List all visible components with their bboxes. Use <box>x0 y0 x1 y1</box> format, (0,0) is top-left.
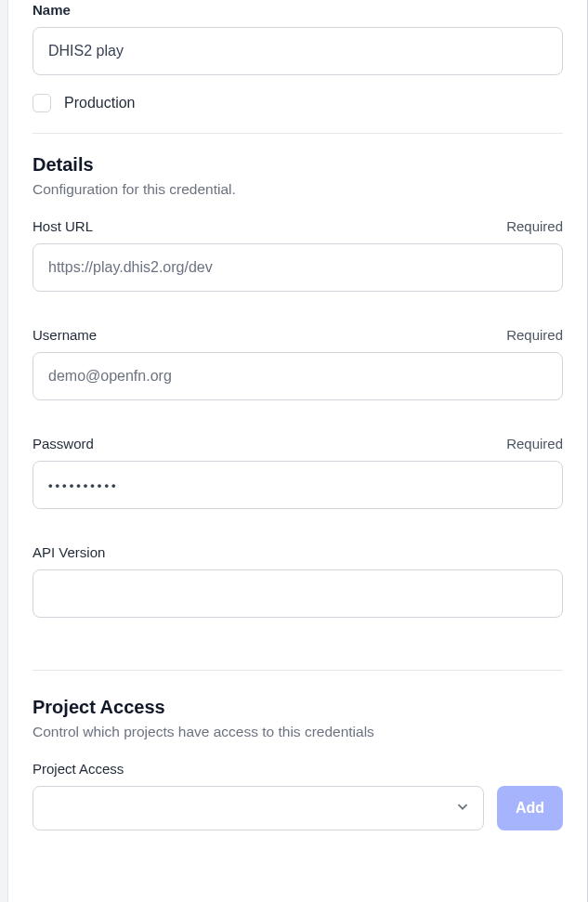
details-subtitle: Configuration for this credential. <box>33 181 563 198</box>
username-label: Username <box>33 327 97 343</box>
details-title: Details <box>33 154 563 176</box>
project-access-subtitle: Control which projects have access to th… <box>33 724 563 740</box>
name-label: Name <box>33 2 563 18</box>
password-input[interactable] <box>33 461 563 509</box>
password-required: Required <box>506 436 563 451</box>
username-input[interactable] <box>33 352 563 400</box>
name-input[interactable] <box>33 27 563 75</box>
host-url-required: Required <box>506 218 563 234</box>
production-label: Production <box>64 95 136 111</box>
api-version-label: API Version <box>33 544 105 560</box>
host-url-label: Host URL <box>33 218 93 234</box>
production-checkbox[interactable] <box>33 94 51 112</box>
add-button[interactable]: Add <box>497 786 563 830</box>
api-version-input[interactable] <box>33 569 563 618</box>
project-access-title: Project Access <box>33 697 563 718</box>
project-access-label: Project Access <box>33 761 124 777</box>
password-label: Password <box>33 436 94 451</box>
host-url-input[interactable] <box>33 243 563 292</box>
project-access-select[interactable] <box>33 786 484 830</box>
username-required: Required <box>506 327 563 343</box>
